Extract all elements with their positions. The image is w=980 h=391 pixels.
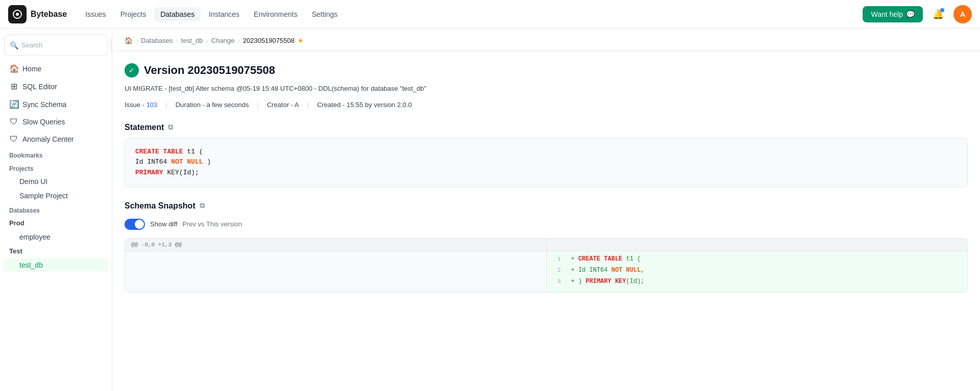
projects-section-label: Projects	[3, 161, 109, 174]
sidebar-item-demo-ui[interactable]: Demo UI	[3, 175, 109, 188]
toggle-knob	[135, 220, 144, 229]
notification-button[interactable]: 🔔	[929, 5, 947, 23]
test-label: Test	[9, 247, 22, 255]
nav-settings[interactable]: Settings	[306, 7, 344, 21]
logo-text: Bytebase	[31, 10, 67, 19]
want-help-button[interactable]: Want help 💬	[863, 6, 923, 22]
toggle-label: Show diff	[150, 220, 177, 228]
page-title-row: ✓ Version 20230519075508	[125, 63, 968, 77]
bookmarks-section-label: Bookmarks	[3, 148, 109, 161]
main-layout: 🔍 ⌘ K 🏠 Home ⊞ SQL Editor 🔄 Sync Schema …	[0, 29, 980, 391]
nav-issues[interactable]: Issues	[79, 7, 112, 21]
nav-environments[interactable]: Environments	[248, 7, 304, 21]
diff-line-num-2: 2	[547, 265, 567, 276]
breadcrumb-current: 20230519075508	[243, 37, 295, 44]
notification-badge	[940, 8, 944, 12]
schema-snapshot-label: Schema Snapshot	[125, 201, 195, 211]
table-name: t1 (	[187, 148, 203, 155]
sidebar-item-sync-schema[interactable]: 🔄 Sync Schema	[3, 96, 109, 113]
show-diff-toggle[interactable]	[125, 219, 145, 230]
diff-line-1: 1 + CREATE TABLE t1 (	[547, 253, 968, 265]
diff-body: 1 + CREATE TABLE t1 ( 2 + Id INT64 NOT N…	[125, 251, 967, 292]
chat-icon: 💬	[906, 10, 915, 18]
sync-schema-icon: 🔄	[9, 99, 18, 109]
diff-create-keyword: CREATE TABLE	[578, 255, 622, 263]
diff-primary-keyword: PRIMARY KEY	[585, 278, 626, 285]
logo[interactable]: Bytebase	[8, 5, 67, 23]
sidebar-item-anomaly-center[interactable]: 🛡 Anomaly Center	[3, 131, 109, 147]
breadcrumb: 🏠 › Databases › test_db › Change › 20230…	[112, 29, 980, 51]
nav-databases[interactable]: Databases	[154, 7, 201, 21]
diff-right-side: 1 + CREATE TABLE t1 ( 2 + Id INT64 NOT N…	[547, 251, 968, 292]
sidebar-item-anomaly-center-label: Anomaly Center	[22, 135, 74, 143]
toggle-row: Show diff Prev vs This version	[125, 219, 968, 230]
svg-point-1	[16, 13, 19, 16]
diff-line-num-3: 3	[547, 276, 567, 287]
want-help-label: Want help	[871, 10, 903, 18]
sidebar-item-sql-editor[interactable]: ⊞ SQL Editor	[3, 78, 109, 95]
demo-ui-label: Demo UI	[19, 177, 47, 186]
sidebar-item-sync-schema-label: Sync Schema	[22, 100, 66, 109]
toggle-sublabel: Prev vs This version	[182, 220, 242, 228]
search-icon: 🔍	[10, 41, 18, 49]
breadcrumb-db[interactable]: test_db	[181, 37, 203, 44]
page-content: ✓ Version 20230519075508 UI MIGRATE - [t…	[112, 51, 980, 305]
search-box[interactable]: 🔍 ⌘ K	[4, 35, 108, 56]
col-name: Id INT64	[135, 158, 171, 166]
diff-left-side	[125, 251, 547, 292]
statement-section-header: Statement ⧉	[125, 123, 968, 132]
sidebar-item-slow-queries-label: Slow Queries	[22, 118, 65, 126]
home-icon: 🏠	[9, 64, 18, 73]
creator-meta: Creator - A	[267, 101, 299, 109]
sidebar-item-home-label: Home	[22, 65, 41, 73]
statement-copy-icon[interactable]: ⧉	[168, 123, 173, 132]
not-null-keyword: NOT NULL	[171, 158, 203, 166]
breadcrumb-sep-4: ›	[237, 37, 239, 44]
prod-label: Prod	[9, 219, 24, 227]
code-block: CREATE TABLE t1 ( Id INT64 NOT NULL ) PR…	[125, 138, 968, 187]
favorite-icon[interactable]: ★	[298, 37, 304, 44]
sidebar-item-test-db[interactable]: test_db	[3, 258, 109, 272]
slow-queries-icon: 🛡	[9, 117, 18, 126]
meta-row: Issue - 103 | Duration - a few seconds |…	[125, 101, 968, 109]
search-input[interactable]	[21, 41, 107, 49]
created-meta: Created - 15:55 by version 2.0.0	[317, 101, 412, 109]
sidebar-item-test[interactable]: Test	[3, 245, 109, 257]
sidebar-item-employee[interactable]: employee	[3, 230, 109, 244]
breadcrumb-home[interactable]: 🏠	[125, 37, 133, 44]
employee-label: employee	[19, 233, 51, 241]
sidebar-item-slow-queries[interactable]: 🛡 Slow Queries	[3, 114, 109, 130]
schema-snapshot-header: Schema Snapshot ⧉	[125, 201, 968, 211]
primary-key: KEY(Id);	[167, 169, 199, 176]
breadcrumb-databases[interactable]: Databases	[141, 37, 173, 44]
diff-line-content-2: + Id INT64 NOT NULL,	[567, 265, 649, 276]
statement-label: Statement	[125, 123, 164, 132]
code-line-3: PRIMARY KEY(Id);	[135, 168, 957, 178]
code-line-2: Id INT64 NOT NULL )	[135, 157, 957, 168]
sidebar-item-sample-project[interactable]: Sample Project	[3, 189, 109, 202]
sidebar: 🔍 ⌘ K 🏠 Home ⊞ SQL Editor 🔄 Sync Schema …	[0, 29, 112, 391]
create-keyword: CREATE TABLE	[135, 148, 183, 155]
issue-link[interactable]: 103	[146, 101, 158, 109]
sidebar-item-prod[interactable]: Prod	[3, 217, 109, 229]
main-content: 🏠 › Databases › test_db › Change › 20230…	[112, 29, 980, 391]
diff-header-row: @@ -0,0 +1,3 @@	[125, 239, 967, 251]
diff-not-null: NOT NULL	[611, 267, 641, 274]
primary-keyword: PRIMARY	[135, 169, 163, 176]
logo-icon	[8, 5, 27, 23]
meta-sep-2: |	[257, 101, 259, 109]
page-subtitle: UI MIGRATE - [test_db] Alter schema @05-…	[125, 84, 968, 94]
nav-projects[interactable]: Projects	[114, 7, 153, 21]
nav-instances[interactable]: Instances	[203, 7, 246, 21]
sample-project-label: Sample Project	[19, 192, 68, 200]
meta-sep-3: |	[307, 101, 309, 109]
issue-meta: Issue - 103	[125, 101, 157, 109]
avatar[interactable]: A	[953, 5, 972, 23]
diff-line-3: 3 + ) PRIMARY KEY(Id);	[547, 276, 968, 287]
breadcrumb-change[interactable]: Change	[211, 37, 235, 44]
schema-copy-icon[interactable]: ⧉	[200, 201, 205, 210]
diff-container: @@ -0,0 +1,3 @@ 1 + CREATE TABLE t1 (	[125, 238, 968, 293]
sidebar-item-home[interactable]: 🏠 Home	[3, 60, 109, 77]
success-icon: ✓	[125, 63, 139, 77]
nav-links: Issues Projects Databases Instances Envi…	[79, 7, 859, 21]
